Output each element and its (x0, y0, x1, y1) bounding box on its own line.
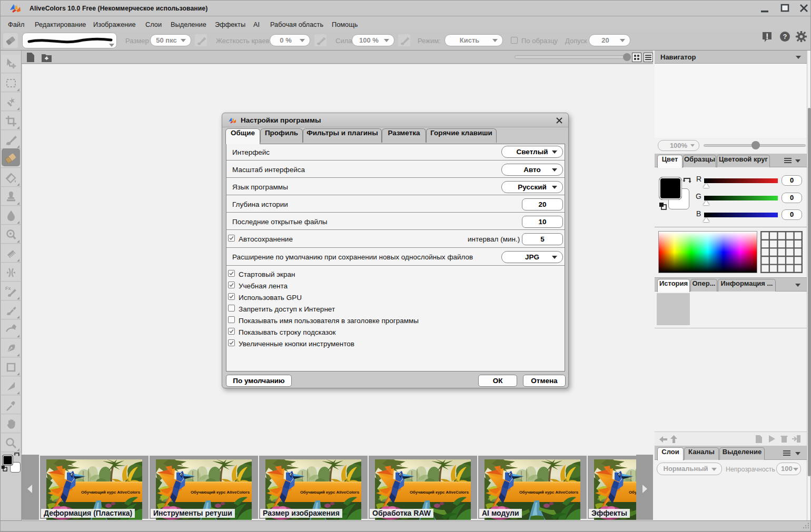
svg-text:Fx: Fx (5, 286, 11, 291)
svg-text:?: ? (783, 33, 787, 41)
